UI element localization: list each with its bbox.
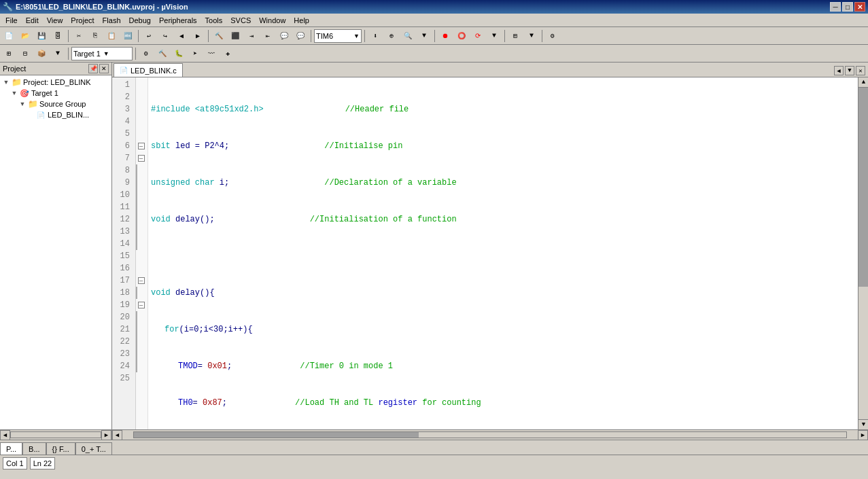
menu-peripherals[interactable]: Peripherals (155, 15, 201, 26)
menu-debug[interactable]: Debug (125, 15, 155, 26)
fold-7[interactable]: ─ (136, 152, 147, 164)
expand-project-icon[interactable]: ▼ (1, 79, 11, 86)
tab-ctrl-down[interactable]: ▼ (845, 66, 854, 75)
tab-ctrl-close[interactable]: ✕ (856, 66, 865, 75)
back-button[interactable]: ◀ (174, 29, 189, 43)
tree-item-source-group[interactable]: ▼ 📁 Source Group (1, 99, 110, 109)
stop-button[interactable]: ⭕ (454, 29, 469, 43)
build2-button[interactable]: ⬛ (228, 29, 243, 43)
new-file-button[interactable]: 📄 (1, 29, 16, 43)
t2-btn2[interactable]: ⊟ (18, 46, 33, 61)
maximize-button[interactable]: □ (842, 2, 853, 12)
sidebar-scroll-right[interactable]: ▶ (101, 430, 111, 440)
reset-button[interactable]: ⟳ (470, 29, 485, 43)
redo-button[interactable]: ↪ (158, 29, 173, 43)
bottom-tab-f[interactable]: {} F... (46, 442, 75, 455)
tree-item-file[interactable]: 📄 LED_BLIN... (1, 109, 110, 120)
expand-source-icon[interactable]: ▼ (18, 101, 27, 107)
save-all-button[interactable]: 🗄 (50, 29, 65, 43)
title-bar-controls[interactable]: ─ □ ✕ (830, 2, 865, 12)
t2-debug-btn[interactable]: 🐛 (171, 46, 186, 61)
target1-dropdown[interactable]: Target 1 ▼ (71, 47, 133, 60)
vscroll-up-button[interactable]: ▲ (858, 77, 868, 88)
debug-load-button[interactable]: ⬇ (368, 29, 383, 43)
menu-edit[interactable]: Edit (22, 15, 43, 26)
tab-bar: 📄 LED_BLINK.c ◀ ▼ ✕ (112, 63, 868, 77)
target-dropdown[interactable]: TIM6 ▼ (314, 29, 362, 43)
t2-arrow-btn[interactable]: ➤ (188, 46, 203, 61)
menu-tools[interactable]: Tools (201, 15, 227, 26)
vscroll-down-button[interactable]: ▼ (858, 419, 868, 429)
sidebar-lock-button[interactable]: 📌 (88, 64, 98, 73)
paste-button[interactable]: 📋 (104, 29, 119, 43)
open-file-button[interactable]: 📂 (18, 29, 33, 43)
forward-button[interactable]: ▶ (190, 29, 205, 43)
fold-18 (136, 287, 147, 299)
t2-btn1[interactable]: ⊞ (1, 46, 16, 61)
bottom-tab-b[interactable]: B... (22, 442, 46, 455)
tree-item-target1[interactable]: ▼ 🎯 Target 1 (1, 88, 110, 99)
expand-target1-icon[interactable]: ▼ (10, 90, 19, 96)
build1-button[interactable]: 🔨 (211, 29, 226, 43)
comment1-button[interactable]: 💬 (277, 29, 292, 43)
fold-marker-7[interactable]: ─ (138, 155, 145, 162)
fold-17[interactable]: ─ (136, 274, 147, 287)
save-file-button[interactable]: 💾 (34, 29, 49, 43)
file-label: LED_BLIN... (48, 111, 89, 119)
sidebar-scrollbar[interactable]: ◀ ▶ (0, 429, 111, 440)
menu-flash[interactable]: Flash (99, 15, 125, 26)
menu-view[interactable]: View (43, 15, 67, 26)
indent1-button[interactable]: ⇥ (244, 29, 259, 43)
menu-help[interactable]: Help (290, 15, 313, 26)
indent2-button[interactable]: ⇤ (260, 29, 275, 43)
undo-button[interactable]: ↩ (141, 29, 156, 43)
hscroll-left-button[interactable]: ◀ (112, 430, 122, 440)
editor-vscrollbar[interactable]: ▲ ▼ (858, 77, 868, 429)
t2-build-btn[interactable]: 🔨 (155, 46, 170, 61)
cut-button[interactable]: ✂ (71, 29, 86, 43)
menu-svcs[interactable]: SVCS (226, 15, 255, 26)
t2-plus-btn[interactable]: ✚ (220, 46, 235, 61)
fold-marker-6[interactable]: ─ (138, 143, 145, 149)
bottom-tab-t[interactable]: 0_+ T... (75, 442, 112, 455)
more-debug-button[interactable]: ▼ (487, 29, 502, 43)
sidebar-header-buttons[interactable]: 📌 ✕ (88, 64, 109, 73)
ln-5: 5 (112, 128, 133, 140)
t2-btn3[interactable]: 📦 (34, 46, 49, 61)
sidebar-scroll-left[interactable]: ◀ (0, 430, 10, 440)
nav1-button[interactable]: 🔤 (120, 29, 135, 43)
fold-marker-19[interactable]: ─ (138, 302, 145, 308)
bottom-tab-p[interactable]: P... (0, 442, 22, 455)
minimize-button[interactable]: ─ (830, 2, 841, 12)
search-button[interactable]: 🔍 (400, 29, 415, 43)
copy-button[interactable]: ⎘ (88, 29, 103, 43)
fold-6[interactable]: ─ (136, 140, 147, 152)
t2-wave-btn[interactable]: 〰 (204, 46, 219, 61)
search-dropdown[interactable]: ▼ (417, 29, 432, 43)
view-btn[interactable]: ⊞ (508, 29, 523, 43)
menu-file[interactable]: File (1, 15, 22, 26)
close-button[interactable]: ✕ (854, 2, 865, 12)
fold-marker-17[interactable]: ─ (138, 277, 145, 284)
code-content[interactable]: #include <at89c51xd2.h> //Header file sb… (148, 77, 858, 429)
sidebar-close-button[interactable]: ✕ (99, 64, 109, 73)
hscroll-right-button[interactable]: ▶ (858, 430, 868, 440)
menu-window[interactable]: Window (255, 15, 290, 26)
run-button[interactable]: ⏺ (438, 29, 453, 43)
fold-19[interactable]: ─ (136, 299, 147, 311)
editor-hscrollbar[interactable]: ◀ ▶ (112, 429, 868, 440)
tab-ctrl-left[interactable]: ◀ (834, 66, 844, 75)
tree-item-project[interactable]: ▼ 📁 Project: LED_BLINK (1, 77, 110, 88)
comment2-button[interactable]: 💬 (293, 29, 308, 43)
t2-config-btn[interactable]: ⚙ (139, 46, 154, 61)
t2-btn4[interactable]: ▼ (50, 46, 65, 61)
menu-project[interactable]: Project (67, 15, 98, 26)
settings-button[interactable]: ⚙ (545, 29, 560, 43)
debug-btn2[interactable]: ⊕ (384, 29, 399, 43)
view-btn2[interactable]: ▼ (524, 29, 539, 43)
toolbar-2: ⊞ ⊟ 📦 ▼ Target 1 ▼ ⚙ 🔨 🐛 ➤ 〰 ✚ (0, 45, 868, 63)
hex-87: 0x87 (203, 397, 222, 409)
kw-sbit: sbit (151, 140, 171, 152)
editor-tab-led-blink[interactable]: 📄 LED_BLINK.c (114, 63, 183, 77)
target1-icon: 🎯 (19, 88, 30, 98)
